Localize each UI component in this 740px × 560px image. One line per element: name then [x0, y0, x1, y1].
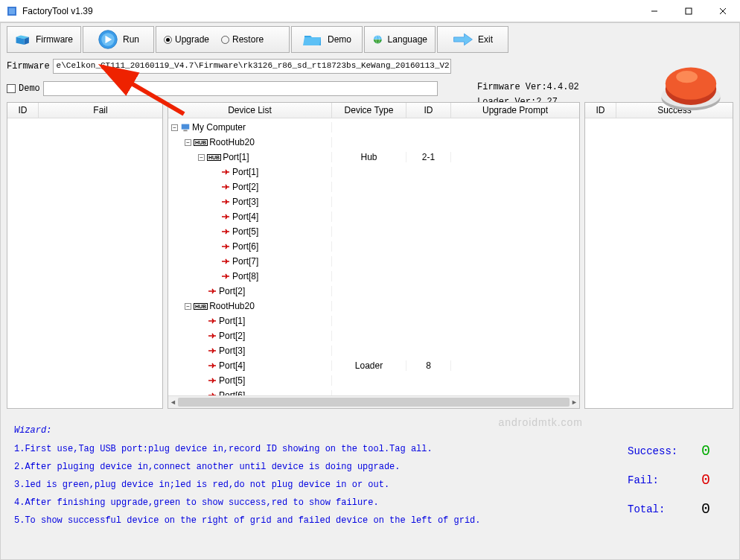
window-titlebar: FactoryTool v1.39	[0, 0, 740, 22]
usb-icon	[220, 168, 231, 176]
success-id-header[interactable]: ID	[585, 103, 616, 118]
exit-arrow-icon	[453, 32, 473, 47]
run-label: Run	[123, 34, 139, 45]
svg-rect-3	[686, 8, 692, 14]
upgrade-prompt-header[interactable]: Upgrade Prompt	[451, 103, 579, 118]
mode-radio-group: Upgrade Restore	[156, 26, 290, 53]
horizontal-scrollbar[interactable]: ◄ ►	[168, 395, 579, 408]
radio-icon	[164, 36, 172, 44]
close-button[interactable]	[706, 0, 740, 22]
total-stat-label: Total:	[628, 503, 680, 515]
globe-icon	[372, 30, 383, 49]
upgrade-radio[interactable]: Upgrade	[164, 34, 209, 45]
device-id-cell: 2-1	[406, 152, 451, 162]
stats-panel: Success: 0 Fail: 0 Total: 0	[628, 442, 717, 529]
device-list-header[interactable]: Device List	[168, 103, 332, 118]
demo-input[interactable]	[43, 81, 438, 96]
folder-icon	[302, 31, 323, 48]
tree-port-label: Port[1]	[219, 316, 245, 326]
language-label: Language	[388, 34, 427, 45]
scroll-thumb[interactable]	[178, 398, 570, 407]
hub-icon: HUB	[194, 139, 208, 146]
usb-icon	[220, 228, 231, 235]
scroll-left-icon[interactable]: ◄	[170, 398, 176, 406]
tree-port-label: Port[3]	[232, 197, 258, 207]
wizard-line: 1.First use,Tag USB port:plug device in,…	[14, 443, 726, 455]
maximize-button[interactable]	[672, 0, 706, 22]
usb-icon	[207, 362, 217, 369]
tree-port-label: Port[2]	[219, 286, 245, 296]
tree-port-label: Port[2]	[219, 331, 245, 341]
svg-rect-17	[183, 130, 187, 132]
tree-port-label: Port[3]	[219, 346, 245, 356]
total-stat-value: 0	[695, 500, 717, 518]
usb-icon	[207, 392, 217, 395]
success-stat-label: Success:	[628, 445, 680, 457]
tree-port-label: Port[5]	[219, 375, 245, 386]
fail-grid: ID Fail	[7, 102, 163, 409]
app-icon	[6, 5, 18, 17]
toolbar: Firmware Run Upgrade Restore Demo Langua…	[7, 26, 733, 53]
wizard-title: Wizard:	[14, 425, 726, 436]
hub-icon: HUB	[194, 303, 208, 310]
minimize-button[interactable]	[637, 0, 672, 22]
firmware-version-text: Firmware Ver:4.4.02	[477, 80, 579, 95]
tree-port-label: Port[8]	[232, 271, 258, 281]
radio-icon	[221, 36, 229, 44]
wizard-panel: Wizard: 1.First use,Tag USB port:plug de…	[7, 421, 733, 537]
fail-header[interactable]: Fail	[39, 103, 162, 118]
expander-icon[interactable]: −	[198, 154, 205, 161]
device-id-header[interactable]: ID	[406, 103, 451, 118]
tree-port-label: Port[6]	[232, 241, 258, 252]
demo-button[interactable]: Demo	[291, 26, 363, 53]
computer-icon	[180, 122, 191, 133]
device-tree[interactable]: − My Computer − HUB RootHub20	[168, 118, 579, 395]
device-id-cell: 8	[406, 360, 451, 371]
fail-stat-label: Fail:	[628, 474, 680, 486]
exit-label: Exit	[478, 34, 493, 45]
usb-icon	[220, 243, 231, 250]
firmware-icon	[15, 31, 31, 48]
restore-radio[interactable]: Restore	[221, 34, 264, 45]
device-type-cell: Loader	[332, 360, 406, 371]
exit-button[interactable]: Exit	[437, 26, 508, 53]
upgrade-radio-label: Upgrade	[175, 34, 209, 45]
firmware-label: Firmware	[36, 34, 73, 45]
tree-port-label: Port[7]	[232, 256, 258, 267]
success-grid: ID Success	[584, 102, 733, 409]
scroll-right-icon[interactable]: ►	[571, 398, 578, 406]
firmware-path-input[interactable]: e\Celkon_CT111_20160119_V4.7\Firmware\rk…	[53, 59, 451, 74]
language-button[interactable]: Language	[364, 26, 436, 53]
usb-icon	[207, 317, 217, 325]
usb-icon	[207, 332, 217, 340]
watermark-text: androidmtk.com	[498, 416, 583, 428]
usb-icon	[207, 287, 217, 295]
tree-hub-label: RootHub20	[209, 137, 255, 147]
run-button[interactable]: Run	[83, 26, 154, 53]
tree-root-label: My Computer	[192, 122, 246, 133]
firmware-button[interactable]: Firmware	[7, 26, 81, 53]
tree-port-label: Port[2]	[232, 182, 258, 192]
device-list-grid: Device List Device Type ID Upgrade Promp…	[168, 102, 580, 409]
wizard-line: 3.led is green,plug device in;led is red…	[14, 479, 726, 491]
fail-id-header[interactable]: ID	[7, 103, 39, 118]
success-stat-value: 0	[695, 442, 717, 459]
wizard-line: 5.To show successful device on the right…	[14, 515, 726, 526]
svg-rect-1	[9, 8, 15, 14]
usb-icon	[220, 183, 231, 191]
expander-icon[interactable]: −	[171, 124, 178, 131]
demo-checkbox-label: Demo	[19, 83, 40, 94]
window-title: FactoryTool v1.39	[22, 6, 637, 16]
tree-port-label: Port[5]	[232, 226, 258, 237]
device-type-header[interactable]: Device Type	[332, 103, 406, 118]
demo-label: Demo	[328, 34, 351, 45]
expander-icon[interactable]: −	[185, 139, 191, 146]
tree-port-label: Port[4]	[219, 360, 245, 371]
demo-checkbox[interactable]	[7, 84, 16, 93]
device-type-cell: Hub	[332, 152, 406, 162]
expander-icon[interactable]: −	[185, 303, 191, 310]
wizard-line: 4.After finishing upgrade,green to show …	[14, 497, 726, 509]
big-red-indicator[interactable]	[657, 51, 724, 118]
window-controls	[637, 0, 740, 22]
svg-rect-16	[182, 124, 190, 130]
